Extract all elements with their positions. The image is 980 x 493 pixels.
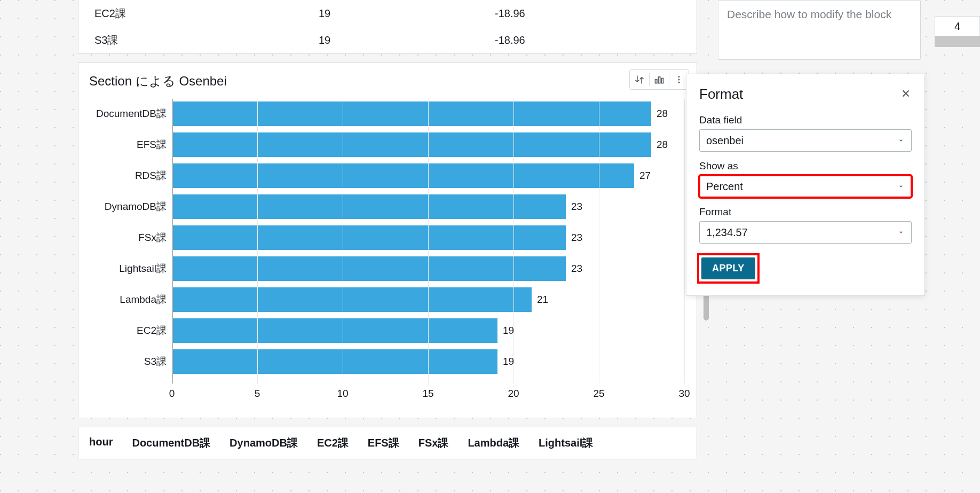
pivot-column-header[interactable]: EC2課 bbox=[317, 436, 349, 450]
show-as-select[interactable]: Percent bbox=[699, 175, 912, 198]
apply-button[interactable]: APPLY bbox=[701, 257, 755, 279]
apply-highlight: APPLY bbox=[699, 255, 757, 281]
describe-input[interactable]: Describe how to modify the block bbox=[718, 0, 921, 60]
table-row[interactable]: EC2課 19 -18.96 bbox=[78, 0, 697, 27]
pivot-column-header[interactable]: DocumentDB課 bbox=[132, 436, 210, 450]
svg-point-5 bbox=[678, 82, 680, 83]
chart-bar[interactable] bbox=[173, 256, 566, 281]
y-axis-category-label: S3課 bbox=[144, 355, 167, 369]
bar-value-label: 27 bbox=[639, 170, 651, 182]
chart-card: Section による Osenbei DocumentDB課EFS課RDS課D… bbox=[78, 62, 697, 418]
format-panel-title: Format bbox=[699, 86, 743, 103]
pivot-column-header[interactable]: FSx課 bbox=[418, 436, 449, 450]
cell-section: EC2課 bbox=[94, 6, 319, 21]
chart-bar[interactable] bbox=[173, 287, 532, 312]
pivot-column-header[interactable]: EFS課 bbox=[368, 436, 399, 450]
chart-bar[interactable] bbox=[173, 101, 651, 126]
y-axis-category-label: FSx課 bbox=[138, 231, 167, 245]
bar-value-label: 19 bbox=[503, 325, 514, 337]
chart-bar[interactable] bbox=[173, 132, 651, 157]
sort-button[interactable] bbox=[630, 70, 649, 89]
chevron-down-icon bbox=[897, 135, 905, 147]
cell-value1: 19 bbox=[319, 7, 495, 20]
y-axis-category-label: EC2課 bbox=[137, 324, 167, 338]
x-axis-tick-label: 10 bbox=[337, 388, 348, 400]
x-axis-tick-label: 0 bbox=[169, 388, 175, 400]
format-label: Format bbox=[699, 206, 912, 218]
y-axis-category-label: DocumentDB課 bbox=[96, 107, 167, 121]
side-bar-stub bbox=[935, 36, 980, 47]
bar-value-label: 21 bbox=[537, 294, 548, 306]
y-axis-category-label: RDS課 bbox=[135, 169, 167, 183]
x-axis-tick-label: 15 bbox=[422, 388, 433, 400]
chart-toolbar bbox=[629, 69, 689, 90]
data-field-label: Data field bbox=[699, 114, 912, 126]
pivot-column-header[interactable]: Lambda課 bbox=[468, 436, 519, 450]
pivot-column-header[interactable]: hour bbox=[89, 436, 113, 450]
svg-rect-2 bbox=[661, 79, 663, 83]
bar-value-label: 19 bbox=[503, 356, 514, 367]
cell-value2: -18.96 bbox=[495, 34, 644, 46]
svg-point-3 bbox=[678, 76, 680, 77]
gridline bbox=[257, 99, 258, 384]
x-axis-tick-label: 5 bbox=[255, 388, 260, 400]
pivot-column-header[interactable]: DynamoDB課 bbox=[230, 436, 298, 450]
bar-value-label: 23 bbox=[571, 232, 582, 244]
gridline bbox=[599, 99, 599, 384]
table-row[interactable]: S3課 19 -18.96 bbox=[78, 27, 697, 53]
bar-value-label: 28 bbox=[657, 108, 668, 120]
cell-value2: -18.96 bbox=[495, 7, 644, 20]
chart-bar[interactable] bbox=[173, 194, 566, 219]
gridline bbox=[428, 99, 429, 384]
cell-section: S3課 bbox=[94, 33, 319, 48]
x-axis-tick-label: 20 bbox=[508, 388, 519, 400]
y-axis-category-label: EFS課 bbox=[137, 138, 167, 152]
svg-point-4 bbox=[678, 79, 680, 81]
chart-bar[interactable] bbox=[173, 163, 634, 188]
chart-title: Section による Osenbei bbox=[89, 73, 686, 90]
chart-bar[interactable] bbox=[173, 318, 497, 343]
pivot-column-header[interactable]: Lightsail課 bbox=[539, 436, 593, 450]
y-axis-category-label: DynamoDB課 bbox=[105, 200, 167, 214]
y-axis-category-label: Lambda課 bbox=[120, 293, 167, 307]
bar-value-label: 23 bbox=[571, 263, 582, 275]
main-column: EC2課 19 -18.96 S3課 19 -18.96 Section による… bbox=[78, 0, 697, 459]
gridline bbox=[343, 99, 343, 384]
y-axis-category-label: Lightsail課 bbox=[119, 262, 167, 276]
svg-rect-1 bbox=[658, 77, 660, 83]
chart-plot-area: DocumentDB課EFS課RDS課DynamoDB課FSx課Lightsai… bbox=[89, 99, 686, 405]
show-as-label: Show as bbox=[699, 160, 912, 172]
format-value: 1,234.57 bbox=[706, 226, 748, 239]
chart-type-button[interactable] bbox=[650, 70, 669, 89]
gridline bbox=[684, 99, 685, 384]
x-axis-tick-label: 25 bbox=[593, 388, 604, 400]
bar-value-label: 23 bbox=[571, 201, 582, 213]
data-field-select[interactable]: osenbei bbox=[699, 129, 912, 152]
data-table-partial: EC2課 19 -18.96 S3課 19 -18.96 bbox=[78, 0, 697, 54]
svg-rect-0 bbox=[655, 80, 657, 83]
chevron-down-icon bbox=[897, 181, 905, 193]
chevron-down-icon bbox=[897, 226, 905, 239]
format-panel: Format Data field osenbei Show as Percen… bbox=[686, 74, 925, 296]
show-as-value: Percent bbox=[706, 181, 743, 193]
gridline bbox=[513, 99, 514, 384]
close-icon[interactable] bbox=[900, 88, 912, 101]
cell-value1: 19 bbox=[319, 34, 495, 46]
pivot-table-header: hourDocumentDB課DynamoDB課EC2課EFS課FSx課Lamb… bbox=[78, 427, 697, 459]
chart-bar[interactable] bbox=[173, 349, 497, 374]
side-tab[interactable]: 4 bbox=[935, 16, 980, 36]
x-axis-tick-label: 30 bbox=[678, 388, 690, 400]
format-select[interactable]: 1,234.57 bbox=[699, 221, 912, 244]
data-field-value: osenbei bbox=[706, 135, 744, 147]
chart-bar[interactable] bbox=[173, 225, 566, 250]
bar-value-label: 28 bbox=[657, 139, 668, 151]
